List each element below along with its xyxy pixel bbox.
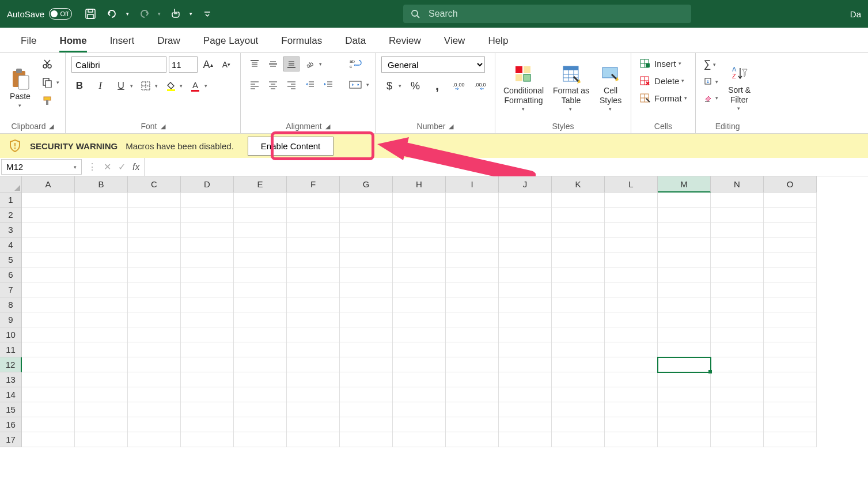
cell[interactable]	[234, 417, 287, 432]
cell[interactable]	[340, 327, 393, 342]
cell[interactable]	[605, 417, 658, 432]
cell[interactable]	[552, 267, 605, 282]
cell[interactable]	[658, 387, 711, 402]
cell[interactable]	[764, 417, 817, 432]
cell[interactable]	[75, 222, 128, 237]
cell[interactable]	[711, 267, 764, 282]
cell[interactable]	[340, 222, 393, 237]
cell[interactable]	[499, 342, 552, 357]
cell[interactable]	[234, 312, 287, 327]
search-input[interactable]: Search	[403, 5, 691, 23]
cell[interactable]	[75, 282, 128, 297]
cell[interactable]	[234, 327, 287, 342]
cell[interactable]	[605, 267, 658, 282]
cell[interactable]	[446, 207, 499, 222]
cell[interactable]	[711, 222, 764, 237]
cell[interactable]	[446, 417, 499, 432]
cell[interactable]	[711, 327, 764, 342]
cell[interactable]	[552, 297, 605, 312]
cell[interactable]	[234, 372, 287, 387]
qat-customize-icon[interactable]	[200, 7, 214, 21]
cell[interactable]	[393, 282, 446, 297]
cell[interactable]	[393, 432, 446, 447]
cell[interactable]	[764, 207, 817, 222]
cell[interactable]	[128, 357, 181, 372]
column-header[interactable]: I	[446, 176, 499, 193]
cell[interactable]	[287, 193, 340, 207]
cell[interactable]	[128, 417, 181, 432]
row-header[interactable]: 15	[0, 402, 22, 417]
cell[interactable]	[552, 193, 605, 207]
cell[interactable]	[234, 193, 287, 207]
cell[interactable]	[22, 267, 75, 282]
cell[interactable]	[605, 327, 658, 342]
cell[interactable]	[234, 402, 287, 417]
cell[interactable]	[658, 267, 711, 282]
cell[interactable]	[658, 357, 711, 372]
cell[interactable]	[340, 297, 393, 312]
column-header[interactable]: F	[287, 176, 340, 193]
cell[interactable]	[75, 417, 128, 432]
cell[interactable]	[181, 193, 234, 207]
cell[interactable]	[711, 207, 764, 222]
tab-data[interactable]: Data	[333, 29, 377, 52]
cell[interactable]	[287, 297, 340, 312]
italic-button[interactable]: I	[92, 78, 108, 93]
cell[interactable]	[605, 432, 658, 447]
cell[interactable]	[393, 327, 446, 342]
cell[interactable]	[128, 207, 181, 222]
cell[interactable]	[128, 342, 181, 357]
row-header[interactable]: 3	[0, 222, 22, 237]
row-header[interactable]: 13	[0, 372, 22, 387]
cell[interactable]	[22, 402, 75, 417]
cell[interactable]	[499, 222, 552, 237]
cell[interactable]	[711, 372, 764, 387]
cell[interactable]	[764, 193, 817, 207]
cell[interactable]	[658, 372, 711, 387]
row-header[interactable]: 6	[0, 267, 22, 282]
fx-icon[interactable]: fx	[132, 162, 139, 172]
conditional-formatting-button[interactable]: Conditional Formatting▾	[501, 56, 546, 119]
cell[interactable]	[128, 222, 181, 237]
cell[interactable]	[446, 327, 499, 342]
cell[interactable]	[552, 357, 605, 372]
cell[interactable]	[711, 297, 764, 312]
cell[interactable]	[764, 357, 817, 372]
cell[interactable]	[75, 342, 128, 357]
cell[interactable]	[287, 327, 340, 342]
cell[interactable]	[287, 417, 340, 432]
number-format-select[interactable]: General	[381, 56, 485, 73]
cell[interactable]	[22, 237, 75, 252]
cell[interactable]	[22, 387, 75, 402]
cell[interactable]	[128, 297, 181, 312]
decrease-font-icon[interactable]: A▾	[218, 57, 234, 72]
column-header[interactable]: H	[393, 176, 446, 193]
cell-styles-button[interactable]: Cell Styles▾	[596, 56, 625, 119]
cell[interactable]	[711, 342, 764, 357]
cell[interactable]	[234, 222, 287, 237]
cell[interactable]	[552, 387, 605, 402]
cell[interactable]	[393, 297, 446, 312]
cell[interactable]	[75, 193, 128, 207]
cell[interactable]	[22, 417, 75, 432]
cell[interactable]	[234, 237, 287, 252]
cell[interactable]	[446, 312, 499, 327]
cell[interactable]	[287, 432, 340, 447]
cell[interactable]	[22, 327, 75, 342]
row-header[interactable]: 11	[0, 342, 22, 357]
row-header[interactable]: 14	[0, 387, 22, 402]
cell[interactable]	[340, 432, 393, 447]
cell[interactable]	[234, 357, 287, 372]
cell[interactable]	[181, 252, 234, 267]
cell[interactable]	[75, 297, 128, 312]
row-header[interactable]: 12	[0, 357, 22, 372]
cell[interactable]	[764, 432, 817, 447]
cell[interactable]	[181, 357, 234, 372]
cell[interactable]	[128, 193, 181, 207]
column-header[interactable]: C	[128, 176, 181, 193]
currency-icon[interactable]: $	[381, 78, 397, 93]
tab-review[interactable]: Review	[377, 29, 433, 52]
cell[interactable]	[711, 357, 764, 372]
format-cells-button[interactable]: Format ▾	[637, 91, 689, 105]
cell[interactable]	[181, 312, 234, 327]
